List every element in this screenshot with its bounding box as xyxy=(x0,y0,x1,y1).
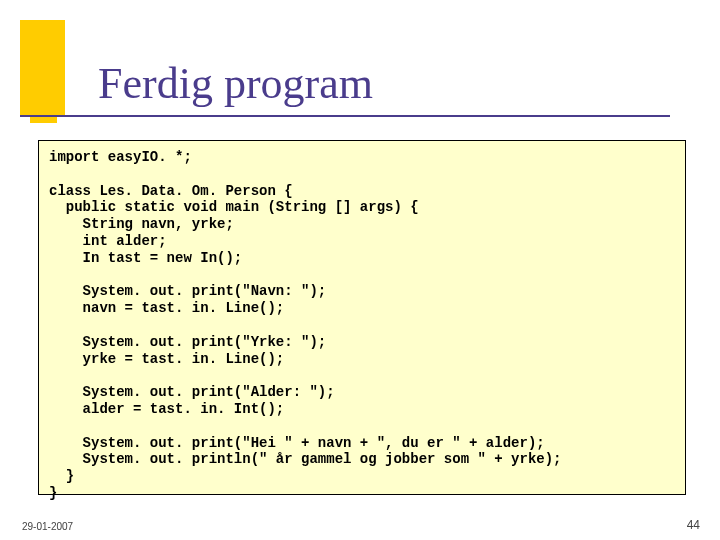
code-block: import easyIO. *; class Les. Data. Om. P… xyxy=(38,140,686,495)
footer-date: 29-01-2007 xyxy=(22,521,73,532)
accent-block xyxy=(20,20,65,115)
title-rule xyxy=(20,115,670,117)
slide-title: Ferdig program xyxy=(98,58,373,109)
accent-underline xyxy=(30,117,57,123)
footer-page-number: 44 xyxy=(687,518,700,532)
